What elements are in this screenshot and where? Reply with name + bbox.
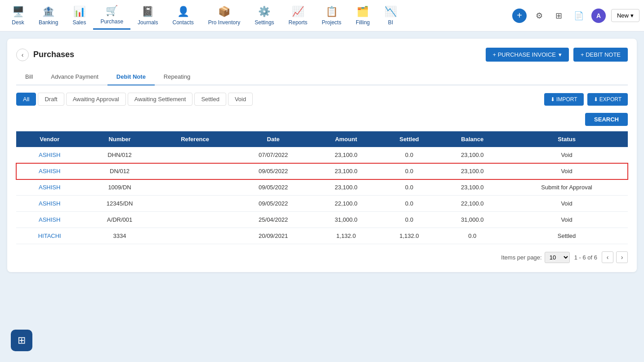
nav-purchase[interactable]: 🛒 Purchase [93, 1, 130, 30]
new-button[interactable]: New ▾ [611, 9, 640, 22]
filter-awaiting-approval[interactable]: Awaiting Approval [66, 93, 126, 106]
status-cell: Submit for Approval [505, 179, 628, 196]
search-button[interactable]: SEARCH [585, 113, 628, 126]
filter-settled[interactable]: Settled [194, 93, 226, 106]
nav-projects-label: Projects [322, 19, 341, 26]
table-row[interactable]: ASHISH1009/DN09/05/202223,100.00.023,100… [16, 179, 628, 196]
nav-purchase-label: Purchase [100, 18, 123, 25]
reference-cell [157, 196, 234, 212]
nav-sales[interactable]: 📊 Sales [65, 1, 93, 30]
back-button[interactable]: ‹ [16, 49, 29, 61]
vendor-cell[interactable]: HITACHI [16, 228, 83, 244]
nav-journals-label: Journals [138, 19, 158, 26]
date-cell: 09/05/2022 [234, 163, 313, 179]
nav-reports[interactable]: 📈 Reports [282, 1, 315, 30]
tab-bill[interactable]: Bill [16, 69, 42, 85]
table-row[interactable]: ASHISH12345/DN09/05/202222,100.00.022,10… [16, 196, 628, 212]
grid-button[interactable]: ⊞ [552, 9, 566, 23]
nav-items: 🖥️ Desk 🏦 Banking 📊 Sales 🛒 Purchase 📓 J… [4, 1, 512, 30]
add-button[interactable]: + [512, 9, 527, 23]
settled-cell: 0.0 [379, 163, 439, 179]
nav-pro-inventory[interactable]: 📦 Pro Inventory [201, 1, 247, 30]
gear-button[interactable]: ⚙ [532, 9, 546, 23]
nav-filling-label: Filling [356, 19, 370, 26]
import-button[interactable]: ⬇ IMPORT [544, 93, 584, 106]
nav-banking[interactable]: 🏦 Banking [31, 1, 65, 30]
avatar[interactable]: A [591, 9, 606, 23]
status-cell: Void [505, 212, 628, 228]
settled-cell: 0.0 [379, 179, 439, 196]
date-cell: 09/05/2022 [234, 196, 313, 212]
vendor-cell[interactable]: ASHISH [16, 147, 83, 163]
number-cell: 12345/DN [83, 196, 156, 212]
nav-journals[interactable]: 📓 Journals [130, 1, 165, 30]
settled-cell: 0.0 [379, 147, 439, 163]
settled-cell: 0.0 [379, 212, 439, 228]
prev-page-button[interactable]: ‹ [602, 251, 613, 263]
balance-cell: 31,000.0 [439, 212, 506, 228]
table-row[interactable]: HITACHI333420/09/20211,132.01,132.00.0Se… [16, 228, 628, 244]
filter-awaiting-settlement[interactable]: Awaiting Settlement [128, 93, 193, 106]
nav-reports-label: Reports [289, 19, 308, 26]
items-per-page: Items per page: 10 25 50 100 [501, 252, 569, 263]
amount-cell: 23,100.0 [313, 163, 380, 179]
per-page-select[interactable]: 10 25 50 100 [545, 252, 570, 263]
table-row[interactable]: ASHISHA/DR/00125/04/202231,000.00.031,00… [16, 212, 628, 228]
balance-cell: 22,100.0 [439, 196, 506, 212]
settled-cell: 1,132.0 [379, 228, 439, 244]
vendor-cell[interactable]: ASHISH [16, 163, 83, 179]
nav-desk[interactable]: 🖥️ Desk [4, 1, 31, 30]
bottom-grid-icon[interactable]: ⊞ [11, 330, 32, 351]
balance-cell: 23,100.0 [439, 147, 506, 163]
sales-icon: 📊 [73, 6, 85, 18]
vendor-cell[interactable]: ASHISH [16, 179, 83, 196]
amount-cell: 31,000.0 [313, 212, 380, 228]
number-cell: A/DR/001 [83, 212, 156, 228]
header-buttons: + PURCHASE INVOICE ▾ + DEBIT NOTE [486, 48, 628, 62]
table-row[interactable]: ASHISHDN/01209/05/202223,100.00.023,100.… [16, 163, 628, 179]
filter-all[interactable]: All [16, 93, 36, 106]
col-date: Date [234, 131, 313, 147]
table-header-row: Vendor Number Reference Date Amount Sett… [16, 131, 628, 147]
contacts-icon: 👤 [177, 6, 189, 18]
purchase-invoice-button[interactable]: + PURCHASE INVOICE ▾ [486, 48, 569, 62]
filter-draft[interactable]: Draft [38, 93, 64, 106]
pagination-row: Items per page: 10 25 50 100 1 - 6 of 6 … [16, 251, 628, 263]
balance-cell: 23,100.0 [439, 179, 506, 196]
col-status: Status [505, 131, 628, 147]
action-buttons: ⬇ IMPORT ⬇ EXPORT [544, 93, 628, 106]
page-info: 1 - 6 of 6 [574, 254, 597, 261]
card-header: ‹ Purchases + PURCHASE INVOICE ▾ + DEBIT… [16, 48, 628, 62]
nav-contacts-label: Contacts [172, 19, 193, 26]
nav-contacts[interactable]: 👤 Contacts [165, 1, 201, 30]
reference-cell [157, 147, 234, 163]
balance-cell: 23,100.0 [439, 163, 506, 179]
nav-bi[interactable]: 📉 BI [377, 1, 404, 30]
bi-icon: 📉 [385, 6, 397, 18]
page-navigation: ‹ › [602, 251, 628, 263]
filter-void[interactable]: Void [228, 93, 253, 106]
doc-button[interactable]: 📄 [572, 9, 586, 23]
vendor-cell[interactable]: ASHISH [16, 212, 83, 228]
number-cell: DHN/012 [83, 147, 156, 163]
nav-sales-label: Sales [72, 19, 86, 26]
balance-cell: 0.0 [439, 228, 506, 244]
settled-cell: 0.0 [379, 196, 439, 212]
col-balance: Balance [439, 131, 506, 147]
next-page-button[interactable]: › [616, 251, 628, 263]
debit-note-button[interactable]: + DEBIT NOTE [573, 48, 628, 62]
vendor-cell[interactable]: ASHISH [16, 196, 83, 212]
date-cell: 07/07/2022 [234, 147, 313, 163]
nav-filling[interactable]: 🗂️ Filling [349, 1, 377, 30]
tab-advance-payment[interactable]: Advance Payment [42, 69, 107, 85]
table-row[interactable]: ASHISHDHN/01207/07/202223,100.00.023,100… [16, 147, 628, 163]
nav-desk-label: Desk [12, 19, 24, 26]
col-vendor: Vendor [16, 131, 83, 147]
tab-repeating[interactable]: Repeating [155, 69, 199, 85]
nav-projects[interactable]: 📋 Projects [315, 1, 349, 30]
number-cell: 1009/DN [83, 179, 156, 196]
amount-cell: 23,100.0 [313, 179, 380, 196]
tab-debit-note[interactable]: Debit Note [107, 69, 155, 85]
nav-settings[interactable]: ⚙️ Settings [247, 1, 281, 30]
export-button[interactable]: ⬇ EXPORT [587, 93, 628, 106]
